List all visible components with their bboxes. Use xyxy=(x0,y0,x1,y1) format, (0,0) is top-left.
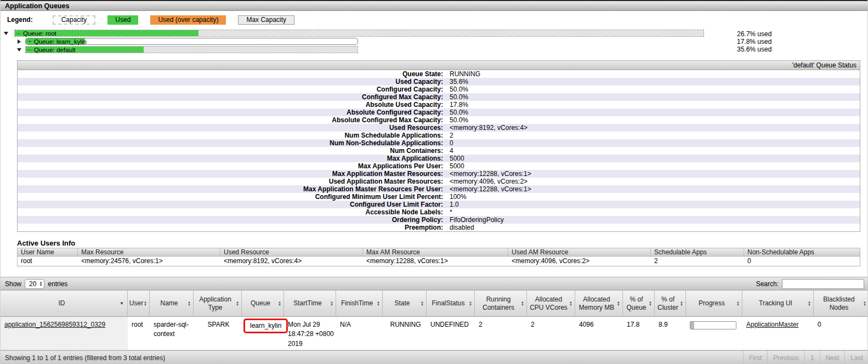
queue-bar-default[interactable]: ·− Queue: default xyxy=(25,46,358,53)
column-label: % of Queue xyxy=(625,295,648,312)
column-header-running-containers[interactable]: Running Containers▲▼ xyxy=(475,291,527,316)
queue-bar-root[interactable]: ·− Queue: root xyxy=(14,30,704,37)
column-header-state[interactable]: State▲▼ xyxy=(383,291,427,316)
legend-used-swatch: Used xyxy=(107,15,138,25)
pagination-next[interactable]: Next xyxy=(820,351,845,364)
tree-toggle-icon[interactable]: ·+ xyxy=(27,38,31,45)
queue-status-header: 'default' Queue Status xyxy=(18,61,860,70)
application-master-link[interactable]: ApplicationMaster xyxy=(746,321,798,328)
column-header: Max AM Resource xyxy=(363,248,508,256)
status-value: 50.0% xyxy=(445,86,468,93)
column-label: Allocated CPU VCores xyxy=(529,295,568,312)
status-label: Accessible Node Labels: xyxy=(18,208,445,216)
column-header-starttime[interactable]: StartTime▲▼ xyxy=(284,291,336,316)
page-size-select[interactable]: 20 ▲▼ xyxy=(25,279,44,289)
column-header-allocated-memory-mb[interactable]: Allocated Memory MB▲▼ xyxy=(575,291,623,316)
column-label: Queue xyxy=(251,299,270,308)
sort-icon: ▲▼ xyxy=(278,301,281,306)
sort-icon: ▲▼ xyxy=(736,301,740,306)
tree-toggle-icon[interactable]: ·− xyxy=(16,30,20,37)
column-label: StartTime xyxy=(293,299,322,308)
status-value: <memory:4096, vCores:2> xyxy=(445,178,527,185)
entries-label: entries xyxy=(48,280,67,288)
column-header-tracking-ui[interactable]: Tracking UI▲▼ xyxy=(742,291,814,316)
status-row: Configured Max Capacity:50.0% xyxy=(18,93,860,101)
collapse-arrow-icon[interactable] xyxy=(17,48,21,52)
column-label: Application Type xyxy=(196,295,235,312)
collapse-arrow-icon[interactable] xyxy=(4,32,8,35)
status-value: <memory:12288, vCores:1> xyxy=(445,170,531,178)
column-label: % of Cluster xyxy=(657,295,679,312)
column-label: Tracking UI xyxy=(759,299,792,308)
column-header-allocated-cpu-vcores[interactable]: Allocated CPU VCores▲▼ xyxy=(527,291,575,316)
status-label: Absolute Configured Capacity: xyxy=(18,109,445,116)
legend-label: Legend: xyxy=(7,16,33,24)
pagination-first[interactable]: First xyxy=(743,351,767,364)
column-header-id[interactable]: ID▼ xyxy=(1,291,128,316)
queue-bar-learn-kylin[interactable]: ·+ Queue: learn_kylin xyxy=(25,38,358,45)
progress-bar-fill xyxy=(690,322,694,329)
pagination-previous[interactable]: Previous xyxy=(767,351,804,364)
column-header-pct-of-queue[interactable]: % of Queue▲▼ xyxy=(623,291,655,316)
status-row: Absolute Used Capacity:17.8% xyxy=(18,101,860,109)
status-row: Num Schedulable Applications:2 xyxy=(18,132,860,139)
status-label: Configured Capacity: xyxy=(18,86,445,93)
column-label: Name xyxy=(160,299,178,308)
status-value: 100% xyxy=(445,193,467,201)
cell-queue: learn_kylin xyxy=(242,317,284,350)
table-header-row: ID▼ User▲▼ Name▲▼ Application Type▲▼ Que… xyxy=(1,291,868,317)
column-header-finalstatus[interactable]: FinalStatus▲▼ xyxy=(427,291,475,316)
table-footer: Showing 1 to 1 of 1 entries (filtered fr… xyxy=(1,350,868,364)
sort-icon: ▲▼ xyxy=(649,301,652,306)
application-id-link[interactable]: application_1562569859312_0329 xyxy=(4,321,105,328)
cell-non-schedulable-apps: 0 xyxy=(744,257,860,266)
active-users-header-row: User Name Max Resource Used Resource Max… xyxy=(18,248,860,257)
cell-pct-of-cluster: 8.9 xyxy=(655,317,686,350)
queue-name: Queue: learn_kylin xyxy=(34,38,87,45)
cell-max-am-resource: <memory:12288, vCores:1> xyxy=(363,257,508,266)
status-label: Max Applications: xyxy=(18,155,445,162)
column-header-user[interactable]: User▲▼ xyxy=(128,291,150,316)
column-header-queue[interactable]: Queue▲▼ xyxy=(242,291,284,316)
yarn-scheduler-page: Application Queues Legend: Capacity Used… xyxy=(0,0,868,364)
cell-running-containers: 2 xyxy=(475,317,527,350)
expand-arrow-icon[interactable] xyxy=(18,39,21,44)
cell-schedulable-apps: 2 xyxy=(651,257,744,266)
column-header-blacklisted-nodes[interactable]: Blacklisted Nodes▲▼ xyxy=(814,291,868,316)
status-label: Configured Max Capacity: xyxy=(18,93,445,101)
cell-used-resource: <memory:8192, vCores:4> xyxy=(220,257,363,266)
show-label: Show xyxy=(5,280,21,288)
sort-icon: ▲▼ xyxy=(144,301,147,306)
status-row: Max Applications:5000 xyxy=(18,155,860,162)
status-row: Max Application Master Resources:<memory… xyxy=(18,170,860,178)
queue-used-percentages: 26.7% used 17.8% used 35.6% used xyxy=(737,30,771,53)
column-header-progress[interactable]: Progress▲▼ xyxy=(686,291,742,316)
status-label: Used Application Master Resources: xyxy=(18,178,445,185)
sort-icon: ▲▼ xyxy=(569,301,572,306)
column-header-finishtime[interactable]: FinishTime▲▼ xyxy=(336,291,383,316)
status-value: 5000 xyxy=(445,155,464,162)
cell-application-type: SPARK xyxy=(194,317,242,350)
active-users-title: Active Users Info xyxy=(17,239,75,247)
sort-icon: ▲▼ xyxy=(808,301,811,306)
column-header-pct-of-cluster[interactable]: % of Cluster▲▼ xyxy=(655,291,686,316)
pagination-page-1[interactable]: 1 xyxy=(804,351,820,364)
application-row: application_1562569859312_0329 root spar… xyxy=(1,317,868,350)
search-input[interactable] xyxy=(782,279,864,289)
status-row: Used Capacity:35.6% xyxy=(18,78,860,86)
legend-max-capacity-swatch: Max Capacity xyxy=(238,15,294,25)
queue-used-pct: 26.7% used xyxy=(737,30,771,38)
status-row: Num Containers:4 xyxy=(18,147,860,155)
status-row: Queue State:RUNNING xyxy=(18,70,860,78)
sort-icon: ▲▼ xyxy=(188,301,191,306)
cell-pct-of-queue: 17.8 xyxy=(623,317,655,350)
sort-icon: ▲▼ xyxy=(421,301,424,306)
sort-desc-icon: ▼ xyxy=(120,301,124,306)
status-row: Used Resources:<memory:8192, vCores:4> xyxy=(18,124,860,132)
pagination-last[interactable]: Last xyxy=(844,351,868,364)
column-header-application-type[interactable]: Application Type▲▼ xyxy=(194,291,242,316)
column-header-name[interactable]: Name▲▼ xyxy=(150,291,194,316)
status-value: FifoOrderingPolicy xyxy=(445,216,504,224)
sort-icon: ▲▼ xyxy=(863,301,866,306)
tree-toggle-icon[interactable]: ·− xyxy=(27,47,31,53)
